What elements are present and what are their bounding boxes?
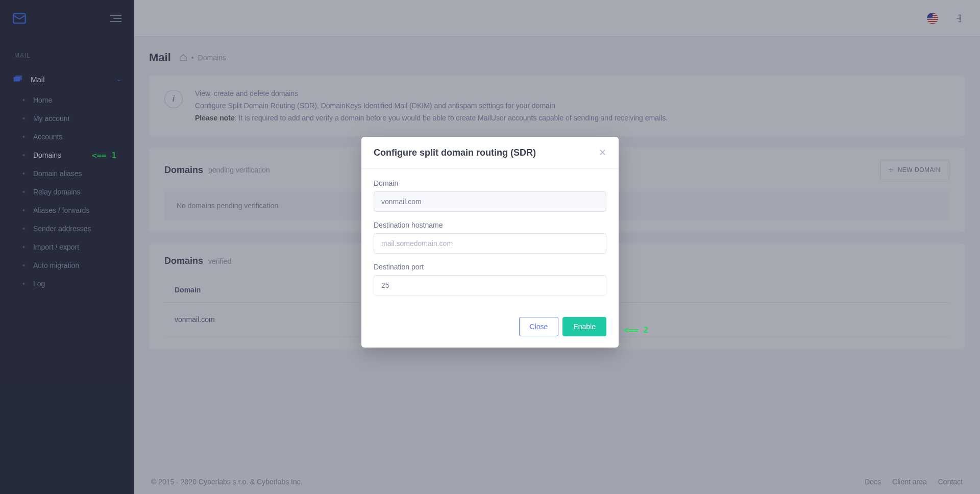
field-port: Destination port: [374, 263, 606, 295]
port-input[interactable]: [374, 275, 606, 295]
modal-body: Domain Destination hostname Destination …: [361, 169, 619, 308]
field-domain: Domain: [374, 179, 606, 212]
domain-label: Domain: [374, 179, 606, 187]
modal-header: Configure split domain routing (SDR) ✕: [361, 137, 619, 169]
sdr-modal: Configure split domain routing (SDR) ✕ D…: [361, 137, 619, 348]
close-button[interactable]: Close: [519, 317, 559, 336]
hostname-input[interactable]: [374, 233, 606, 254]
field-hostname: Destination hostname: [374, 221, 606, 254]
modal-close-icon[interactable]: ✕: [599, 147, 606, 158]
annotation-2: <== 2: [624, 325, 648, 335]
hostname-label: Destination hostname: [374, 221, 606, 229]
modal-title: Configure split domain routing (SDR): [374, 147, 536, 158]
port-label: Destination port: [374, 263, 606, 271]
enable-button[interactable]: Enable: [562, 317, 606, 336]
modal-footer: Close Enable: [361, 308, 619, 348]
domain-input: [374, 191, 606, 212]
